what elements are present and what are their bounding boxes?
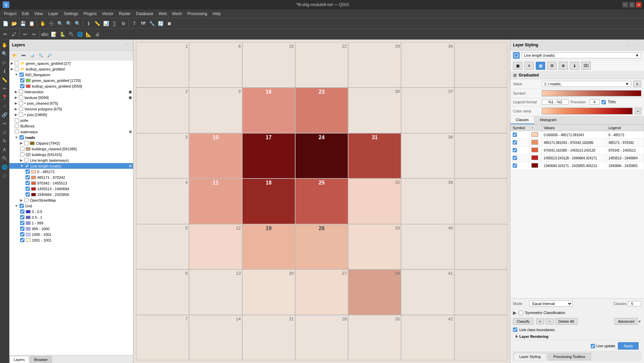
list-item[interactable]: 1000 - 1001 (9, 231, 133, 237)
tb-select[interactable]: 🔍 (56, 19, 64, 28)
class-cb-5[interactable] (513, 163, 517, 168)
expand-icon[interactable]: ▼ (15, 204, 18, 208)
single-symbol-btn[interactable]: ▣ (513, 62, 522, 70)
layer-checkbox[interactable] (15, 67, 19, 71)
tab-histogram[interactable]: Histogram (534, 116, 562, 124)
tb2-edit[interactable]: 🖊 (10, 30, 18, 38)
tb-identify[interactable]: ℹ (84, 19, 92, 28)
categorized-btn[interactable]: ≡ (524, 62, 534, 70)
value-expression-btn[interactable]: ε (633, 81, 641, 87)
tb-zoom-out[interactable]: 🔍 (73, 19, 81, 28)
expand-icon[interactable]: ▶ (20, 198, 23, 202)
maximize-button[interactable]: □ (629, 2, 635, 7)
expand-icon[interactable]: ▼ (15, 136, 18, 139)
tab-classes[interactable]: Classes (510, 116, 534, 124)
layer-checkbox[interactable] (19, 135, 24, 140)
precision-input[interactable] (589, 99, 599, 105)
expand-icon[interactable]: ▶ (11, 61, 13, 65)
layer-checkbox[interactable] (15, 61, 19, 65)
list-item[interactable]: green_spaces_gridded [1725] (9, 77, 133, 83)
menu-help[interactable]: Help (210, 11, 224, 17)
active-layer-item[interactable]: ▼ Line length (roads) ⊠ (9, 163, 133, 169)
remove-class-btn[interactable]: − (545, 318, 554, 324)
list-item[interactable]: ▶ 📁 green_spaces_gridded [27] (9, 60, 133, 66)
menu-layer[interactable]: Layer (46, 11, 61, 17)
layer-checkbox[interactable] (20, 78, 24, 83)
list-item[interactable]: ▶ landuse [5094] ▦ (9, 95, 133, 100)
tb-save[interactable]: 💾 (19, 19, 27, 28)
menu-view[interactable]: View (31, 11, 46, 17)
tab-layer-styling[interactable]: Layer Styling (514, 353, 546, 360)
layer-up-btn[interactable]: ↑ (54, 51, 62, 59)
class-cb-1[interactable] (513, 133, 517, 137)
tb-measure[interactable]: 📏 (93, 19, 101, 28)
advanced-button[interactable]: Advanced (614, 318, 638, 325)
list-item[interactable]: 1 - 999 (9, 220, 133, 226)
filter-btn[interactable]: 🔍 (37, 51, 45, 59)
class-row-1[interactable]: 0.000000 - 485171.081043 0 - 485171 (511, 131, 644, 139)
class-cb-3[interactable] (513, 148, 517, 152)
open-attr-btn[interactable]: 📊 (28, 51, 36, 59)
layer-checkbox[interactable] (20, 238, 24, 242)
tab-processing-toolbox[interactable]: Processing Toolbox (548, 353, 591, 360)
list-item[interactable]: pofw (9, 117, 133, 123)
list-item[interactable]: 999 - 1000 (9, 226, 133, 231)
list-item[interactable]: Buffered (9, 123, 133, 129)
plugin-icon[interactable]: 🔌 (1, 154, 9, 162)
list-item[interactable]: ▼ roads (9, 135, 133, 140)
layer-checkbox[interactable] (19, 204, 24, 208)
layer-down-btn[interactable]: ↓ (63, 51, 71, 59)
expand-icon[interactable]: ▼ (15, 73, 18, 76)
color-ramp-swatch[interactable] (542, 108, 633, 114)
list-item[interactable]: ▶ • pois [19845] (9, 112, 133, 117)
styling-close-btn[interactable]: ✕ (633, 41, 641, 49)
snapping-icon[interactable]: 🔗 (1, 111, 9, 119)
2d-to-3d-btn[interactable]: 3D (581, 62, 591, 70)
layer-checkbox[interactable] (25, 164, 29, 168)
class-row-5[interactable]: 1940684.324171 - 2425855.405213 1940684 … (511, 162, 644, 170)
tb-attr-table[interactable]: 📊 (102, 19, 110, 28)
layer-checkbox[interactable] (25, 181, 30, 185)
live-update-checkbox[interactable] (591, 344, 595, 348)
list-item[interactable]: waterways ⊠ (9, 129, 133, 135)
add-layer-btn[interactable]: 📂 (11, 51, 19, 59)
tb2-digitize[interactable]: ✏ (1, 30, 9, 38)
layer-checkbox[interactable] (19, 90, 23, 94)
list-item[interactable]: ▶ OpenStreetMap (9, 197, 133, 203)
layer-checkbox[interactable] (15, 118, 19, 122)
layer-checkbox[interactable] (20, 221, 24, 225)
3d-icon[interactable]: □ (1, 172, 9, 180)
tb-more4[interactable]: ⏹ (165, 19, 173, 28)
layer-checkbox[interactable] (19, 112, 23, 117)
list-item[interactable]: ▼ IND_Bangalore (9, 72, 133, 77)
layer-checkbox[interactable] (15, 129, 19, 134)
tb2-annotation[interactable]: 📝 (50, 30, 58, 38)
add-class-btn[interactable]: + (536, 318, 544, 324)
reshape-icon[interactable]: ◇ (1, 128, 9, 136)
expand-icon[interactable]: ▼ (20, 164, 23, 168)
list-item[interactable]: 0.5 - 1 (9, 214, 133, 220)
pan-icon[interactable]: ✋ (1, 41, 9, 49)
layer-checkbox[interactable] (20, 147, 24, 151)
color-ramp-preview[interactable] (542, 90, 641, 96)
map-canvas[interactable]: 1 8 15 22 29 36 2 9 16 23 30 37 3 10 17 … (133, 40, 510, 363)
layer-checkbox[interactable] (20, 232, 24, 237)
tb-pan[interactable]: ✋ (39, 19, 47, 28)
classes-count-input[interactable] (628, 301, 641, 306)
list-item[interactable]: buildings_cleaned [591385] (9, 146, 133, 152)
tb2-spatial[interactable]: 📐 (84, 30, 92, 38)
layer-checkbox[interactable] (24, 158, 28, 162)
delete-all-button[interactable]: Delete All (555, 318, 578, 325)
list-item[interactable]: builtup_spaces_gridded [3550] (9, 83, 133, 89)
menu-database[interactable]: Database (133, 11, 156, 17)
list-item[interactable]: 485171 - 970342 (9, 174, 133, 180)
tab-layers[interactable]: Layers (9, 356, 29, 363)
class-row-4[interactable]: 1455513.243128 - 1940684.324171 1455513 … (511, 154, 644, 162)
tb2-plugin[interactable]: 🔌 (67, 30, 75, 38)
select-icon[interactable]: ▷ (1, 58, 9, 66)
globe-icon[interactable]: 🌐 (1, 163, 9, 171)
class-cb-2[interactable] (513, 140, 517, 145)
layer-checkbox[interactable] (25, 187, 30, 191)
value-dropdown[interactable]: 1.:i roadsL ▼ (542, 81, 631, 87)
layer-checkbox[interactable] (19, 107, 23, 111)
